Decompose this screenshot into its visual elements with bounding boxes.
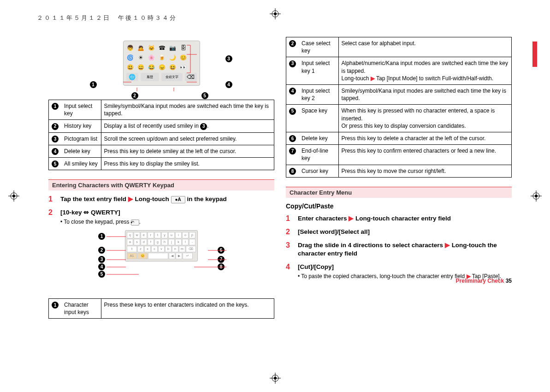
callout-1: 1 (90, 81, 97, 88)
input-mode-icon: ●A (171, 196, 185, 203)
char-step-2: 2 [Select word]/[Select all] (286, 228, 512, 237)
callout-3: 3 (225, 55, 232, 62)
page-footer: Preliminary Check 35 (456, 278, 512, 284)
char-step-1: 1 Enter characters ▶ Long-touch characte… (286, 214, 512, 223)
header-date: ２０１１年５月１２日 午後１０時３４分 (37, 14, 177, 22)
registration-mark-icon (270, 8, 281, 19)
qwerty-keypad-figure: qwertyuiop asdfghjkl- ⇧zxcvbnm⌫ A1😊◀▶↵ 1… (48, 230, 274, 295)
section-qwerty-head: Entering Characters with QWERTY Keypad (48, 179, 274, 190)
table-row: 1Input select keySmiley/symbol/Kana inpu… (49, 100, 274, 120)
table-row: 2History keyDisplay a list of recently u… (49, 120, 274, 132)
table-row: 5Space keyWhen this key is pressed with … (286, 105, 512, 132)
char-step-3: 3 Drag the slide in 4 directions to sele… (286, 241, 512, 259)
step-1: 1 Tap the text entry field ▶ Long-touch … (48, 195, 274, 204)
smiley-key-table: 1Input select keySmiley/symbol/Kana inpu… (48, 100, 274, 170)
table-row: 2Case select keySelect case for alphabet… (286, 37, 512, 57)
back-key-icon: ↶ (131, 220, 139, 226)
side-tab (532, 42, 537, 67)
callout-5: 5 (201, 92, 208, 99)
callout-q1: 1 (98, 233, 105, 240)
registration-mark-icon (8, 190, 19, 202)
callout-2: 2 (131, 92, 138, 99)
char-step-4: 4 [Cut]/[Copy] To paste the copied chara… (286, 263, 512, 279)
registration-mark-icon (270, 373, 281, 384)
registration-mark-icon (531, 190, 542, 202)
callout-q2: 2 (98, 247, 105, 254)
step-2: 2 [10-key ⇔ QWERTY] To close the keypad,… (48, 208, 274, 225)
callout-q3: 3 (98, 256, 105, 263)
table-row: 6Delete keyPress this key to delete a ch… (286, 132, 512, 144)
callout-q7: 7 (218, 256, 225, 263)
section-char-head: Character Entry Menu (286, 187, 512, 198)
callout-q6: 6 (218, 247, 225, 254)
callout-q5: 5 (98, 271, 105, 278)
subhead-copy: Copy/Cut/Paste (286, 202, 512, 210)
table-row: 5All smiley keyPress this key to display… (49, 158, 274, 170)
table-row: 4Input select key 2Smiley/symbol/Kana in… (286, 84, 512, 104)
smiley-keypad-figure: 👦🙇🐱☎📷🗄 🌀☀🌸🍺🌙😊 😃😄😂😠😆👀 🌐履歴全絵文字⌫ 1 2 3 4 5 (48, 41, 274, 96)
table-row: 8Cursor keyPress this key to move the cu… (286, 165, 512, 177)
table-row: 1Character input keysPress these keys to… (49, 298, 274, 318)
table-row: 3Pictogram listScroll the screen up/down… (49, 132, 274, 145)
callout-q4: 4 (98, 263, 105, 270)
callout-q8: 8 (218, 263, 225, 270)
callout-4: 4 (225, 81, 232, 88)
qwerty-key-table-left: 1Character input keysPress these keys to… (48, 298, 274, 319)
table-row: 7End-of-line keyPress this key to confir… (286, 145, 512, 165)
qwerty-key-table-right: 2Case select keySelect case for alphabet… (286, 37, 512, 178)
table-row: 4Delete keyPress this key to delete smil… (49, 145, 274, 157)
table-row: 3Input select key 1Alphabet/numeric/Kana… (286, 57, 512, 85)
